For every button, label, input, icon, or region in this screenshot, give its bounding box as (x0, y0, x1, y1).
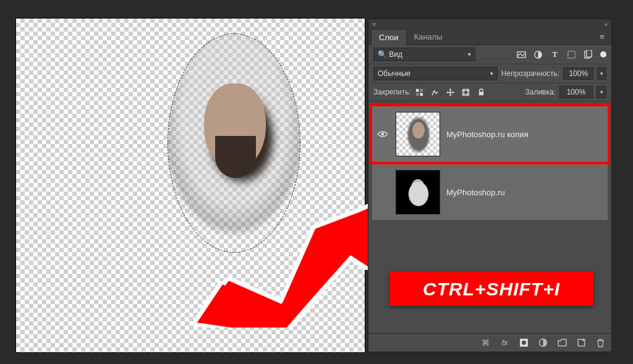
filter-shape-icon[interactable] (567, 50, 576, 59)
lock-transparent-icon[interactable] (415, 88, 424, 97)
svg-marker-14 (449, 95, 451, 96)
svg-point-25 (522, 341, 526, 345)
svg-rect-8 (587, 50, 592, 57)
visibility-toggle-icon[interactable] (377, 130, 389, 138)
link-layers-icon[interactable]: ⌘ (481, 338, 490, 347)
shortcut-annotation: CTRL+SHIFT+I (389, 272, 593, 306)
fx-icon[interactable]: fx (500, 338, 509, 347)
opacity-dropdown[interactable]: ▾ (597, 67, 606, 80)
layer-name[interactable]: MyPhotoshop.ru (446, 188, 505, 197)
svg-rect-22 (479, 91, 483, 95)
new-layer-icon[interactable] (577, 338, 586, 347)
tab-channels[interactable]: Каналы (407, 29, 450, 44)
layer-thumbnail[interactable] (396, 170, 440, 214)
panel-close-icon[interactable]: × (372, 20, 376, 28)
tab-layers[interactable]: Слои (371, 29, 407, 45)
lock-position-icon[interactable] (446, 88, 455, 97)
layer-name[interactable]: MyPhotoshop.ru копия (446, 130, 529, 139)
svg-rect-12 (420, 93, 423, 96)
svg-rect-9 (416, 88, 419, 91)
new-group-icon[interactable] (558, 338, 567, 347)
filter-smartobject-icon[interactable] (584, 50, 593, 59)
blend-mode-value: Обычные (378, 69, 410, 78)
document-canvas[interactable] (16, 19, 365, 352)
fill-label: Заливка: (525, 88, 556, 96)
delete-layer-icon[interactable] (596, 338, 605, 347)
lock-image-icon[interactable] (430, 88, 440, 97)
filter-adjustment-icon[interactable] (533, 50, 543, 59)
layer-item[interactable]: MyPhotoshop.ru (372, 164, 608, 220)
fill-dropdown[interactable]: ▾ (597, 86, 606, 98)
lock-all-icon[interactable] (477, 88, 486, 97)
lock-label: Закрепить: (373, 88, 411, 96)
blend-mode-select[interactable]: Обычные ▾ (373, 67, 498, 80)
filter-toggle-switch[interactable] (600, 51, 606, 57)
filter-image-icon[interactable] (517, 50, 526, 59)
fill-value[interactable]: 100% (559, 86, 593, 98)
layer-item[interactable]: MyPhotoshop.ru копия (372, 106, 608, 162)
panel-collapse-icon[interactable]: « (604, 21, 608, 28)
svg-marker-15 (446, 91, 448, 93)
add-mask-icon[interactable] (519, 338, 529, 347)
svg-rect-6 (568, 51, 575, 57)
svg-marker-13 (449, 88, 451, 90)
lock-artboard-icon[interactable] (461, 88, 470, 97)
panel-footer: ⌘ fx (368, 333, 611, 352)
layer-filter-mode: Вид (389, 50, 402, 59)
layer-thumbnail[interactable] (396, 112, 440, 156)
opacity-label: Непрозрачность: (501, 69, 559, 78)
elliptical-selection (168, 33, 300, 253)
svg-rect-11 (416, 93, 419, 96)
svg-marker-16 (452, 91, 454, 93)
svg-rect-10 (420, 88, 423, 91)
panel-menu-icon[interactable]: ≡ (597, 32, 608, 41)
opacity-value[interactable]: 100% (563, 67, 593, 80)
svg-point-23 (381, 133, 384, 136)
layer-filter-select[interactable]: 🔍 Вид ▾ (373, 48, 475, 61)
new-adjustment-icon[interactable] (538, 338, 548, 347)
filter-type-icon[interactable]: T (550, 50, 559, 59)
